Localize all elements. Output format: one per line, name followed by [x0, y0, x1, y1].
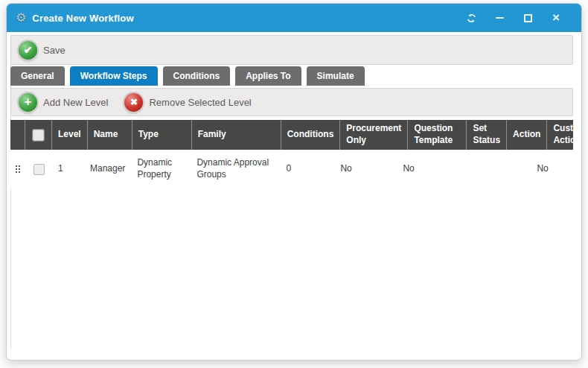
tab-bar: General Workflow Steps Conditions Applie…: [10, 66, 365, 86]
close-icon[interactable]: ×: [550, 12, 562, 24]
gear-icon: ⚙: [16, 12, 26, 24]
row-question-template-cell: No: [397, 163, 456, 175]
row-family-cell: Dynamic Approval Groups: [191, 157, 280, 180]
col-header-family: Family: [192, 120, 281, 150]
drag-handle-icon[interactable]: [16, 165, 20, 173]
table-row: 1 Manager Dynamic Property Dynamic Appro…: [10, 150, 573, 188]
remove-selected-level-label: Remove Selected Level: [149, 97, 251, 108]
tab-conditions[interactable]: Conditions: [163, 66, 231, 86]
save-button[interactable]: ✔ Save: [19, 41, 65, 60]
row-procurement-only-cell: No: [334, 163, 397, 175]
tab-simulate[interactable]: Simulate: [307, 66, 365, 86]
row-level-cell: 1: [52, 163, 84, 175]
remove-selected-level-button[interactable]: ✖ Remove Selected Level: [124, 93, 251, 112]
title-bar: ⚙ Create New Workflow ×: [7, 4, 581, 32]
tab-general[interactable]: General: [10, 66, 65, 86]
add-new-level-label: Add New Level: [43, 97, 108, 108]
col-header-level: Level: [52, 120, 88, 150]
row-name-cell: Manager: [84, 163, 131, 175]
window-title: Create New Workflow: [32, 13, 133, 24]
col-header-conditions: Conditions: [281, 120, 341, 150]
row-select-cell: [25, 164, 52, 175]
create-new-workflow-window: ⚙ Create New Workflow × ✔ Save General: [6, 3, 582, 361]
save-toolbar: ✔ Save: [10, 35, 573, 65]
refresh-icon[interactable]: [465, 12, 477, 24]
col-header-name: Name: [88, 120, 132, 150]
col-header-action: Action: [507, 120, 547, 150]
col-header-set-status: Set Status: [467, 120, 507, 150]
maximize-icon[interactable]: [522, 12, 534, 24]
col-header-type: Type: [132, 120, 192, 150]
table-header-row: Level Name Type Family Conditions Procur…: [10, 120, 573, 150]
window-controls: ×: [465, 12, 572, 24]
row-type-cell: Dynamic Property: [131, 157, 191, 180]
row-drag-cell: [10, 165, 25, 173]
add-new-level-button[interactable]: + Add New Level: [19, 93, 108, 112]
col-header-drag: [10, 120, 25, 150]
col-header-procurement-only: Procurement Only: [340, 120, 408, 150]
row-custom-actions-cell: No: [531, 163, 573, 175]
row-checkbox[interactable]: [33, 164, 45, 175]
save-check-icon: ✔: [19, 41, 37, 60]
remove-icon: ✖: [124, 93, 143, 112]
row-conditions-cell: 0: [280, 163, 334, 175]
col-header-question-template: Question Template: [408, 120, 467, 150]
workflow-steps-table: Level Name Type Family Conditions Procur…: [10, 120, 573, 188]
add-icon: +: [19, 93, 37, 112]
level-toolbar: + Add New Level ✖ Remove Selected Level: [10, 88, 573, 116]
col-header-select: [25, 120, 52, 150]
select-all-checkbox[interactable]: [33, 130, 44, 141]
tab-applies-to[interactable]: Applies To: [235, 66, 301, 86]
col-header-custom-actions: Custom Actions: [547, 120, 582, 150]
tab-workflow-steps[interactable]: Workflow Steps: [70, 66, 158, 86]
save-button-label: Save: [43, 45, 65, 56]
minimize-icon[interactable]: [493, 12, 505, 24]
